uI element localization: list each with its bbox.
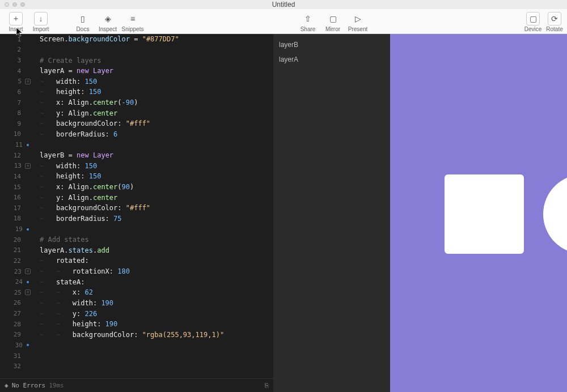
share-icon: ⇧ — [304, 14, 311, 23]
mirror-button[interactable]: ▢ Mirror — [320, 12, 345, 32]
rotate-button[interactable]: ⟳ Rotate — [545, 12, 564, 32]
preview-layer-a[interactable] — [445, 174, 524, 254]
snippets-label: Snippets — [122, 26, 144, 32]
traffic-minimize[interactable] — [12, 2, 17, 7]
code-line[interactable]: ~ width: 150 — [40, 161, 273, 172]
fold-icon[interactable]: ≡ — [25, 289, 31, 295]
snippets-button[interactable]: ≡ Snippets — [120, 12, 145, 32]
code-line[interactable]: ~ ~ width: 190 — [40, 298, 273, 309]
code-line[interactable]: ~ backgroundColor: "#fff" — [40, 118, 273, 129]
gutter: 12345≡678910111213≡14151617181920212223≡… — [0, 34, 33, 378]
plus-icon: ＋ — [12, 14, 20, 24]
play-icon: ▷ — [355, 14, 361, 23]
code-line[interactable]: ~ stateA: — [40, 276, 273, 287]
code-lines[interactable]: Screen.backgroundColor = "#877DD7"# Crea… — [33, 34, 273, 378]
inspect-label: Inspect — [99, 26, 117, 32]
inspect-button[interactable]: ◈ Inspect — [95, 12, 120, 32]
code-line[interactable]: ~ ~ x: 62 — [40, 287, 273, 298]
download-icon: ↓ — [39, 14, 43, 23]
code-line[interactable]: Screen.backgroundColor = "#877DD7" — [40, 34, 273, 45]
code-line[interactable]: ~ rotated: — [40, 255, 273, 266]
import-label: Import — [33, 26, 49, 32]
code-line[interactable] — [40, 224, 273, 235]
code-line[interactable] — [40, 351, 273, 361]
line-marker-icon — [27, 144, 29, 146]
code-line[interactable]: ~ y: Align.center — [40, 192, 273, 203]
code-line[interactable] — [40, 45, 273, 56]
layer-item[interactable]: layerA — [273, 52, 390, 67]
toolbar: ＋ Insert ↓ Import ▯ Docs ◈ Inspect ≡ Sni… — [0, 9, 567, 34]
target-small-icon: ◈ — [5, 382, 9, 389]
fold-icon[interactable]: ≡ — [25, 163, 31, 169]
code-line[interactable]: ~ ~ backgroundColor: "rgba(255,93,119,1)… — [40, 330, 273, 340]
code-line[interactable]: layerB = new Layer — [40, 150, 273, 161]
code-line[interactable]: layerA.states.add — [40, 245, 273, 256]
code-line[interactable]: ~ ~ y: 226 — [40, 308, 273, 319]
rotate-icon: ⟳ — [551, 14, 558, 23]
code-line[interactable]: ~ width: 150 — [40, 76, 273, 87]
device-icon: ▢ — [530, 14, 537, 23]
code-line[interactable] — [40, 361, 273, 372]
editor-footer: ◈ No Errors 19ms ⎘ — [0, 378, 273, 392]
device-label: Device — [524, 26, 542, 32]
mirror-label: Mirror — [325, 26, 340, 32]
present-button[interactable]: ▷ Present — [345, 12, 370, 32]
code-line[interactable]: ~ y: Align.center — [40, 108, 273, 118]
titlebar: Untitled — [0, 0, 567, 9]
insert-label: Insert — [9, 26, 23, 32]
import-button[interactable]: ↓ Import — [28, 12, 53, 32]
code-editor[interactable]: 12345≡678910111213≡14151617181920212223≡… — [0, 34, 273, 392]
preview-layer-b[interactable] — [543, 174, 567, 254]
list-icon: ≡ — [130, 14, 135, 23]
code-line[interactable]: layerA = new Layer — [40, 66, 273, 76]
share-button[interactable]: ⇧ Share — [295, 12, 320, 32]
device-button[interactable]: ▢ Device — [521, 12, 545, 32]
code-line[interactable] — [40, 340, 273, 351]
console-icon[interactable]: ⎘ — [265, 382, 269, 389]
rotate-label: Rotate — [546, 26, 562, 32]
docs-icon: ▯ — [81, 14, 85, 23]
fold-icon[interactable]: ≡ — [25, 269, 31, 274]
errors-label: No Errors — [12, 382, 46, 389]
code-line[interactable]: ~ height: 150 — [40, 87, 273, 97]
code-line[interactable]: ~ x: Align.center(-90) — [40, 97, 273, 108]
fold-icon[interactable]: ≡ — [25, 79, 31, 84]
code-line[interactable]: ~ x: Align.center(90) — [40, 182, 273, 193]
traffic-lights — [5, 2, 25, 7]
code-line[interactable]: ~ ~ height: 190 — [40, 319, 273, 330]
insert-button[interactable]: ＋ Insert — [3, 12, 28, 32]
window-title: Untitled — [0, 1, 567, 8]
line-marker-icon — [27, 344, 29, 346]
docs-button[interactable]: ▯ Docs — [70, 12, 95, 32]
traffic-zoom[interactable] — [20, 2, 25, 7]
code-line[interactable] — [40, 139, 273, 150]
present-label: Present — [348, 26, 367, 32]
preview-canvas[interactable] — [390, 34, 567, 392]
code-line[interactable]: ~ backgroundColor: "#fff" — [40, 203, 273, 214]
mirror-icon: ▢ — [329, 14, 337, 23]
target-icon: ◈ — [105, 14, 111, 23]
line-marker-icon — [27, 281, 29, 283]
layers-panel: layerBlayerA — [273, 34, 390, 392]
docs-label: Docs — [77, 26, 90, 32]
code-line[interactable]: ~ height: 150 — [40, 171, 273, 182]
code-line[interactable]: # Add states — [40, 235, 273, 245]
layer-item[interactable]: layerB — [273, 37, 390, 52]
code-line[interactable]: ~ borderRadius: 6 — [40, 129, 273, 140]
code-line[interactable]: ~ ~ rotationX: 180 — [40, 266, 273, 277]
traffic-close[interactable] — [5, 2, 9, 7]
code-line[interactable]: ~ borderRadius: 75 — [40, 214, 273, 224]
line-marker-icon — [27, 228, 29, 231]
compile-time: 19ms — [49, 382, 64, 389]
code-line[interactable]: # Create layers — [40, 55, 273, 66]
share-label: Share — [301, 26, 316, 32]
